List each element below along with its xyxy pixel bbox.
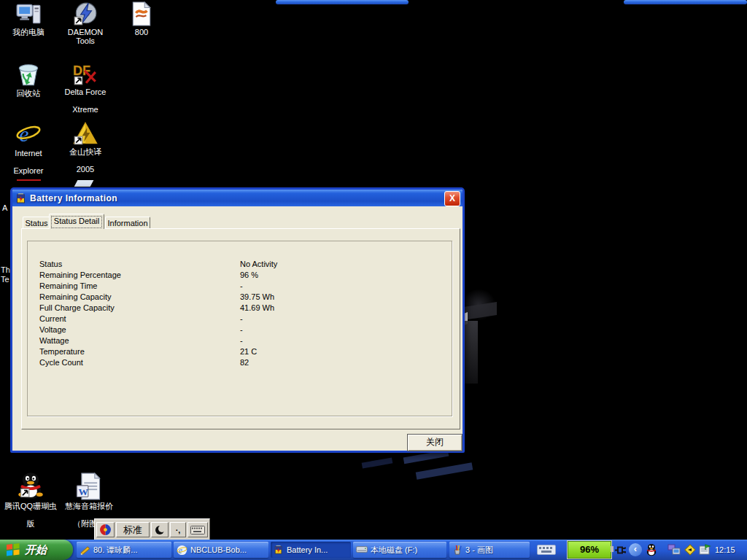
battery-nub — [611, 546, 614, 552]
taskbar-item-label: 本地磁盘 (F:) — [371, 545, 417, 556]
windows-logo-icon — [6, 542, 20, 557]
tab-label: Information — [107, 219, 147, 228]
desktop: 我的电脑 DAEMON Tools 800 回收站 DF — [0, 0, 747, 560]
kingsoft-kuaiyi-icon — [72, 121, 98, 146]
ime-method-button[interactable] — [96, 522, 115, 537]
monitor-flag-tray-icon[interactable] — [699, 544, 711, 556]
my-computer-icon — [16, 1, 41, 26]
paint-icon — [452, 545, 462, 555]
occluded-icon-fragment — [17, 179, 41, 181]
ime-fullwidth-button[interactable] — [151, 522, 169, 537]
occluded-label-fragment: A — [2, 203, 7, 212]
desktop-icon-recycle-bin[interactable]: 回收站 — [6, 61, 51, 98]
qq-tray-icon[interactable] — [645, 543, 658, 556]
occluded-label-fragment: Te — [1, 275, 9, 284]
icon-label: 腾讯QQ珊瑚虫 — [4, 502, 57, 510]
qq-penguin-icon — [16, 471, 45, 500]
battery-percent-indicator[interactable]: 96% — [568, 541, 611, 559]
delta-force-icon: DF — [72, 61, 98, 86]
icon-label: 我的电脑 — [12, 28, 44, 36]
svg-text:DF: DF — [73, 63, 90, 78]
icon-label: 版 — [27, 519, 35, 528]
taskbar-item-battery[interactable]: Battery In... — [271, 542, 351, 558]
desktop-icon-kingsoft-kuaiyi[interactable]: 金山快译 2005 — [57, 121, 114, 174]
svg-text:e: e — [19, 122, 28, 146]
battery-information-dialog: Battery Information X Status Status Deta… — [10, 187, 465, 453]
detail-row: Remaining Capacity39.75 Wh — [28, 292, 452, 303]
wallpaper-shape — [362, 457, 393, 468]
close-button[interactable]: 关闭 — [407, 434, 462, 451]
battery-icon — [15, 192, 27, 204]
dialog-title: Battery Information — [30, 193, 117, 203]
detail-row: StatusNo Activity — [28, 260, 452, 271]
ie-icon: e — [177, 545, 187, 556]
background-window-titlebar-sliver[interactable] — [624, 0, 747, 4]
ac-plug-icon[interactable] — [614, 545, 629, 555]
ime-mode-button[interactable]: 标准 — [116, 522, 150, 537]
start-button[interactable]: 开始 — [0, 540, 73, 560]
ime-punctuation-button[interactable]: ·, — [170, 522, 186, 537]
desktop-icon-internet-explorer[interactable]: e Internet Explorer — [6, 121, 51, 175]
tab-label: Status — [25, 219, 47, 228]
icon-label: Explorer — [14, 166, 44, 175]
occluded-label-fragment: Th — [1, 265, 10, 274]
detail-row: Voltage- — [28, 325, 452, 336]
ime-language-bar[interactable]: 标准 ·, — [94, 518, 210, 541]
detail-row: Temperature21 C — [28, 347, 452, 358]
detail-row: Remaining Percentage96 % — [28, 271, 452, 281]
taskbar-item-label: 80. 谭咏麟... — [93, 545, 138, 556]
desktop-icon-my-computer[interactable]: 我的电脑 — [6, 1, 51, 36]
ime-softkeyboard-button[interactable] — [187, 522, 208, 537]
tab-status[interactable]: Status — [23, 217, 50, 229]
icon-label: Delta Force — [65, 88, 107, 96]
drive-icon — [356, 545, 368, 554]
taskbar-item-paint[interactable]: 3 - 画图 — [449, 542, 530, 558]
svg-text:e: e — [179, 545, 182, 554]
wallpaper-shape — [416, 462, 473, 479]
background-window-titlebar-sliver[interactable] — [276, 0, 409, 4]
icon-label: Xtreme — [72, 105, 98, 114]
tab-information[interactable]: Information — [105, 217, 150, 229]
taskbar-item-label: Battery In... — [287, 545, 328, 554]
soft-keyboard-icon — [190, 526, 205, 534]
ime-mode-label: 标准 — [123, 524, 142, 537]
taskbar-item-local-disk-f[interactable]: 本地磁盘 (F:) — [353, 542, 446, 558]
taskbar-item-ie[interactable]: e NBCLUB-Bob... — [174, 542, 268, 558]
icon-label: 慧海音箱报价 — [65, 502, 113, 510]
dialog-titlebar[interactable]: Battery Information X — [12, 190, 462, 206]
taskbar: 开始 80. 谭咏麟... e NBCLUB-Bob... — [0, 540, 747, 560]
start-label: 开始 — [25, 543, 47, 557]
focus-outline — [51, 216, 102, 228]
music-icon — [80, 545, 90, 556]
detail-row: Full Charge Capacity41.69 Wh — [28, 303, 452, 314]
keyboard-tray-icon[interactable] — [537, 545, 556, 555]
punctuation-icon: ·, — [176, 526, 181, 534]
network-tray-icon[interactable] — [667, 544, 681, 556]
icon-label: 金山快译 — [69, 147, 101, 156]
icon-label: Internet — [15, 149, 42, 158]
detail-row: Cycle Count82 — [28, 358, 452, 369]
tray-clock[interactable]: 12:15 — [715, 540, 735, 560]
icon-label: 2005 — [77, 165, 94, 174]
tab-status-detail[interactable]: Status Detail — [49, 214, 104, 229]
ime-logo-icon — [99, 524, 112, 536]
word-document-icon: W — [75, 472, 103, 500]
detail-row: Remaining Time- — [28, 281, 452, 292]
svg-text:W: W — [78, 486, 88, 497]
diamond-tray-icon[interactable] — [684, 543, 697, 556]
desktop-icon-qq-coral[interactable]: 腾讯QQ珊瑚虫 版 — [3, 471, 58, 528]
document-icon — [130, 1, 153, 26]
hide-tray-icons-chevron[interactable]: ‹ — [629, 543, 642, 556]
daemon-tools-icon — [73, 1, 98, 26]
desktop-icon-800[interactable]: 800 — [121, 1, 162, 36]
close-icon[interactable]: X — [444, 191, 460, 206]
taskbar-item-label: 3 - 画图 — [465, 545, 493, 556]
taskbar-item-music[interactable]: 80. 谭咏麟... — [77, 542, 171, 558]
icon-label: DAEMON Tools — [68, 28, 103, 45]
desktop-icon-delta-force-xtreme[interactable]: DF Delta Force Xtreme — [57, 61, 114, 114]
moon-icon — [155, 525, 165, 535]
battery-icon — [274, 545, 284, 555]
icon-label: 回收站 — [17, 89, 41, 98]
desktop-icon-daemon-tools[interactable]: DAEMON Tools — [58, 1, 112, 45]
taskbar-item-label: NBCLUB-Bob... — [190, 545, 247, 554]
